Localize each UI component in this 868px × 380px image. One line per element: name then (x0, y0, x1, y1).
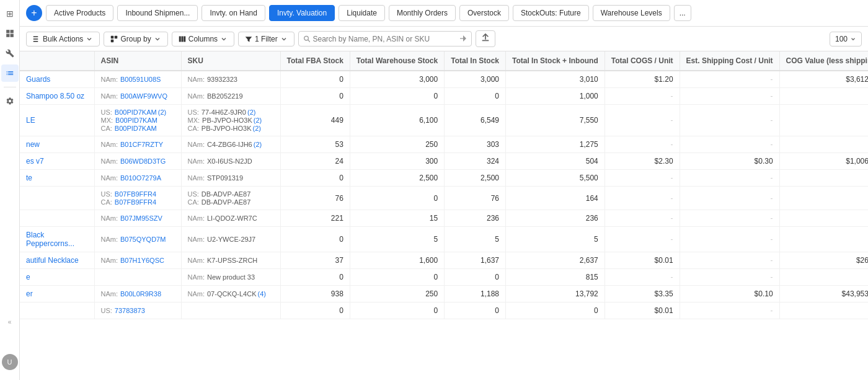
cell-total-inbound: 1,275 (506, 136, 605, 153)
upload-button[interactable] (476, 30, 495, 47)
cell-shipping-cost: - (680, 303, 779, 319)
svg-rect-12 (184, 36, 185, 42)
cell-fba: 24 (280, 153, 350, 170)
cell-value: 0 (434, 306, 438, 315)
search-submit-button[interactable] (460, 34, 466, 43)
cell-value: 3,000 (419, 75, 438, 84)
home-icon[interactable]: ⊞ (1, 5, 19, 22)
cell-total-in: 6,549 (445, 105, 506, 136)
user-avatar[interactable]: U (1, 354, 18, 370)
product-name-link[interactable]: LE (26, 116, 35, 125)
add-tab-button[interactable]: + (26, 5, 42, 21)
asin-link[interactable]: B075QYQD7M (120, 236, 166, 243)
tab-overstock[interactable]: Overstock (459, 5, 509, 21)
cell-value: 5 (434, 235, 438, 244)
search-input[interactable] (312, 35, 457, 43)
table-row: US:737838730000$0.01---- (20, 303, 868, 319)
sku-badge: (2) (254, 117, 262, 124)
asin-link[interactable]: B00AWF9WVQ (120, 92, 167, 100)
cell-value: 24 (335, 157, 343, 166)
cell-shipping-cost: - (680, 136, 779, 153)
tab-warehouse-levels[interactable]: Warehouse Levels (593, 5, 670, 21)
asin-link[interactable]: B00591U08S (120, 76, 161, 83)
bulk-actions-button[interactable]: Bulk Actions (26, 32, 100, 46)
cell-fba: 0 (280, 170, 350, 187)
sku-value: X0-I6US-N2JD (207, 157, 252, 165)
cell-value: $2.30 (655, 157, 673, 166)
wrench-icon[interactable] (1, 45, 19, 62)
sku-value: 77-4H6Z-9JR0 (202, 108, 246, 116)
asin-link[interactable]: B01CF7RZTY (120, 141, 163, 148)
product-name-link[interactable]: new (26, 140, 40, 149)
cell-cogs: $2.30 (604, 153, 680, 170)
sku-badge: (2) (247, 108, 255, 116)
empty-value: - (671, 92, 673, 100)
cell-sku: NAm:BB2052219 (181, 88, 280, 105)
product-name-link[interactable]: autiful Necklace (26, 256, 79, 265)
cell-name: Shampoo 8.50 oz (20, 88, 94, 105)
tab-liquidate[interactable]: Liquidate (339, 5, 385, 21)
cell-cogs: $0.01 (604, 303, 680, 319)
cell-fba: 53 (280, 136, 350, 153)
asin-link[interactable]: 73783873 (115, 307, 145, 314)
cell-cogs: - (604, 88, 680, 105)
tab-active-products[interactable]: Active Products (46, 5, 113, 21)
filter-button[interactable]: 1 Filter (238, 32, 294, 46)
cell-sku: NAm:New product 33 (181, 269, 280, 286)
tab-invty-on-hand[interactable]: Invty. on Hand (202, 5, 265, 21)
asin-link[interactable]: B00PID7KAM (115, 125, 157, 132)
cell-name: e (20, 269, 94, 286)
asin-link[interactable]: B07JM95SZV (120, 214, 162, 222)
cell-cogs: - (604, 136, 680, 153)
product-name-link[interactable]: es v7 (26, 157, 44, 166)
product-name-link[interactable]: e (26, 273, 30, 281)
filter-chevron (280, 35, 288, 43)
chart-icon[interactable] (1, 64, 19, 82)
sku-value: DB-ADVP-AE87 (202, 190, 250, 198)
asin-link[interactable]: B010O7279A (120, 174, 161, 182)
cell-fba: 0 (280, 88, 350, 105)
product-name-link[interactable]: er (26, 289, 33, 298)
asin-link[interactable]: B07FB9FFR4 (115, 198, 156, 206)
tab-stockouts-future[interactable]: StockOuts: Future (513, 5, 589, 21)
cell-cog-value: $43,953.00 (779, 286, 868, 303)
data-table-wrapper: ASIN SKU Total FBA Stock Total Warehouse… (20, 51, 868, 380)
group-by-button[interactable]: Group by (104, 32, 167, 46)
cell-cog-value: - (779, 136, 868, 153)
cell-asin: NAm:B010O7279A (94, 170, 181, 187)
tab-inbound-shipments[interactable]: Inbound Shipmen... (117, 5, 198, 21)
asin-badge: (2) (158, 108, 166, 116)
cell-sku (181, 303, 280, 319)
tab-invty-valuation[interactable]: Invty. Valuation (269, 5, 335, 21)
asin-link[interactable]: B06WD8D3TG (120, 157, 166, 165)
asin-link[interactable]: B00L0R9R38 (120, 290, 161, 298)
cell-cogs: - (604, 187, 680, 210)
more-tabs-button[interactable]: ... (674, 5, 691, 21)
cell-value: $0.01 (655, 306, 673, 315)
empty-value: - (771, 256, 773, 265)
cell-value: 15 (430, 214, 438, 223)
asin-link[interactable]: B07FB9FFR4 (115, 190, 156, 198)
cell-name (20, 303, 94, 319)
product-name-link[interactable]: Black Peppercorns... (26, 231, 74, 248)
asin-link[interactable]: B00PID7KAM (115, 117, 157, 124)
svg-rect-4 (33, 36, 38, 37)
cell-cogs: - (604, 210, 680, 227)
main-content: + Active Products Inbound Shipmen... Inv… (20, 0, 868, 380)
product-name-link[interactable]: Shampoo 8.50 oz (26, 92, 84, 100)
asin-link[interactable]: B07H1Y6QSC (120, 257, 164, 264)
columns-button[interactable]: Columns (172, 32, 234, 46)
sku-value: C4-ZBG6-IJH6 (207, 141, 252, 148)
cell-value: 0 (434, 273, 438, 281)
collapse-sidebar-btn[interactable]: « (0, 313, 19, 330)
asin-link[interactable]: B00PID7KAM (115, 108, 157, 116)
product-name-link[interactable]: te (26, 174, 32, 182)
products-icon[interactable] (1, 25, 19, 42)
settings-icon[interactable] (1, 92, 19, 110)
sku-badge: (2) (253, 125, 261, 132)
svg-rect-5 (33, 38, 38, 40)
product-name-link[interactable]: Guards (26, 75, 50, 84)
page-size-selector[interactable]: 100 (830, 32, 862, 46)
cell-cog-value: $3,612.00 (779, 71, 868, 88)
tab-monthly-orders[interactable]: Monthly Orders (389, 5, 456, 21)
